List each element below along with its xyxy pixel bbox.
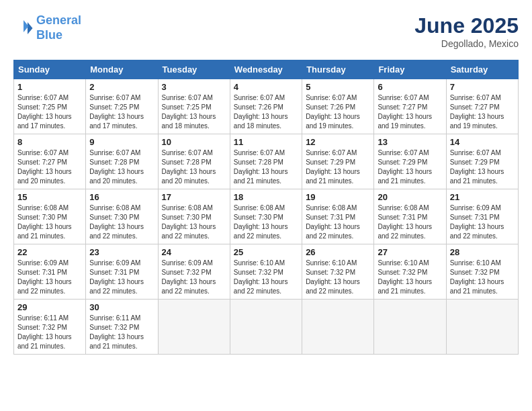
day-cell-27: 27 Sunrise: 6:10 AM Sunset: 7:32 PM Dayl… xyxy=(374,244,446,300)
logo: General Blue xyxy=(13,13,81,42)
day-info: Sunrise: 6:10 AM Sunset: 7:32 PM Dayligh… xyxy=(234,259,298,296)
weekday-header-saturday: Saturday xyxy=(446,60,518,79)
day-cell-8: 8 Sunrise: 6:07 AM Sunset: 7:27 PM Dayli… xyxy=(14,134,86,189)
calendar-row-5: 29 Sunrise: 6:11 AM Sunset: 7:32 PM Dayl… xyxy=(14,300,519,355)
day-info: Sunrise: 6:10 AM Sunset: 7:32 PM Dayligh… xyxy=(450,259,515,296)
day-info: Sunrise: 6:07 AM Sunset: 7:25 PM Dayligh… xyxy=(17,93,82,131)
weekday-header-thursday: Thursday xyxy=(302,60,374,79)
empty-cell xyxy=(158,300,230,355)
day-number: 11 xyxy=(234,137,298,147)
logo-icon xyxy=(13,18,34,38)
svg-marker-0 xyxy=(28,22,33,34)
day-cell-1: 1 Sunrise: 6:07 AM Sunset: 7:25 PM Dayli… xyxy=(14,79,86,134)
day-cell-28: 28 Sunrise: 6:10 AM Sunset: 7:32 PM Dayl… xyxy=(446,244,518,300)
weekday-header-row: SundayMondayTuesdayWednesdayThursdayFrid… xyxy=(14,60,519,79)
day-cell-26: 26 Sunrise: 6:10 AM Sunset: 7:32 PM Dayl… xyxy=(302,244,374,300)
day-info: Sunrise: 6:07 AM Sunset: 7:25 PM Dayligh… xyxy=(162,93,226,131)
day-cell-14: 14 Sunrise: 6:07 AM Sunset: 7:29 PM Dayl… xyxy=(446,134,518,189)
day-info: Sunrise: 6:11 AM Sunset: 7:32 PM Dayligh… xyxy=(89,314,154,351)
day-info: Sunrise: 6:08 AM Sunset: 7:31 PM Dayligh… xyxy=(378,203,442,241)
day-number: 16 xyxy=(89,192,154,202)
day-number: 29 xyxy=(17,302,82,312)
day-number: 13 xyxy=(378,137,442,147)
calendar-row-2: 8 Sunrise: 6:07 AM Sunset: 7:27 PM Dayli… xyxy=(14,134,519,189)
day-number: 8 xyxy=(17,137,82,147)
day-info: Sunrise: 6:09 AM Sunset: 7:31 PM Dayligh… xyxy=(17,259,82,296)
day-info: Sunrise: 6:08 AM Sunset: 7:31 PM Dayligh… xyxy=(306,203,370,241)
day-cell-25: 25 Sunrise: 6:10 AM Sunset: 7:32 PM Dayl… xyxy=(230,244,302,300)
day-info: Sunrise: 6:10 AM Sunset: 7:32 PM Dayligh… xyxy=(378,259,442,296)
calendar-row-4: 22 Sunrise: 6:09 AM Sunset: 7:31 PM Dayl… xyxy=(14,244,519,300)
day-cell-6: 6 Sunrise: 6:07 AM Sunset: 7:27 PM Dayli… xyxy=(374,79,446,134)
day-cell-11: 11 Sunrise: 6:07 AM Sunset: 7:28 PM Dayl… xyxy=(230,134,302,189)
day-info: Sunrise: 6:10 AM Sunset: 7:32 PM Dayligh… xyxy=(306,259,370,296)
day-number: 22 xyxy=(17,247,82,257)
day-cell-3: 3 Sunrise: 6:07 AM Sunset: 7:25 PM Dayli… xyxy=(158,79,230,134)
day-info: Sunrise: 6:08 AM Sunset: 7:30 PM Dayligh… xyxy=(162,203,226,241)
day-info: Sunrise: 6:09 AM Sunset: 7:31 PM Dayligh… xyxy=(89,259,154,296)
weekday-header-tuesday: Tuesday xyxy=(158,60,230,79)
calendar-row-1: 1 Sunrise: 6:07 AM Sunset: 7:25 PM Dayli… xyxy=(14,79,519,134)
weekday-header-monday: Monday xyxy=(86,60,158,79)
day-number: 30 xyxy=(89,302,154,312)
empty-cell xyxy=(374,300,446,355)
day-info: Sunrise: 6:08 AM Sunset: 7:30 PM Dayligh… xyxy=(234,203,298,241)
calendar-row-3: 15 Sunrise: 6:08 AM Sunset: 7:30 PM Dayl… xyxy=(14,189,519,244)
day-number: 9 xyxy=(89,137,154,147)
day-number: 28 xyxy=(450,247,515,257)
day-cell-10: 10 Sunrise: 6:07 AM Sunset: 7:28 PM Dayl… xyxy=(158,134,230,189)
day-cell-4: 4 Sunrise: 6:07 AM Sunset: 7:26 PM Dayli… xyxy=(230,79,302,134)
day-cell-7: 7 Sunrise: 6:07 AM Sunset: 7:27 PM Dayli… xyxy=(446,79,518,134)
day-number: 5 xyxy=(306,82,370,92)
day-cell-5: 5 Sunrise: 6:07 AM Sunset: 7:26 PM Dayli… xyxy=(302,79,374,134)
day-info: Sunrise: 6:07 AM Sunset: 7:26 PM Dayligh… xyxy=(234,93,298,131)
empty-cell xyxy=(302,300,374,355)
day-number: 6 xyxy=(378,82,442,92)
day-cell-12: 12 Sunrise: 6:07 AM Sunset: 7:29 PM Dayl… xyxy=(302,134,374,189)
day-info: Sunrise: 6:07 AM Sunset: 7:28 PM Dayligh… xyxy=(162,148,226,186)
day-cell-9: 9 Sunrise: 6:07 AM Sunset: 7:28 PM Dayli… xyxy=(86,134,158,189)
day-cell-20: 20 Sunrise: 6:08 AM Sunset: 7:31 PM Dayl… xyxy=(374,189,446,244)
day-cell-17: 17 Sunrise: 6:08 AM Sunset: 7:30 PM Dayl… xyxy=(158,189,230,244)
day-cell-23: 23 Sunrise: 6:09 AM Sunset: 7:31 PM Dayl… xyxy=(86,244,158,300)
day-number: 25 xyxy=(234,247,298,257)
day-number: 24 xyxy=(162,247,226,257)
day-cell-15: 15 Sunrise: 6:08 AM Sunset: 7:30 PM Dayl… xyxy=(14,189,86,244)
day-info: Sunrise: 6:07 AM Sunset: 7:27 PM Dayligh… xyxy=(17,148,82,186)
day-info: Sunrise: 6:07 AM Sunset: 7:29 PM Dayligh… xyxy=(450,148,515,186)
day-info: Sunrise: 6:07 AM Sunset: 7:27 PM Dayligh… xyxy=(450,93,515,131)
day-number: 26 xyxy=(306,247,370,257)
day-cell-16: 16 Sunrise: 6:08 AM Sunset: 7:30 PM Dayl… xyxy=(86,189,158,244)
logo-blue: Blue xyxy=(36,28,62,42)
day-number: 10 xyxy=(162,137,226,147)
day-number: 1 xyxy=(17,82,82,92)
day-info: Sunrise: 6:07 AM Sunset: 7:26 PM Dayligh… xyxy=(306,93,370,131)
day-info: Sunrise: 6:07 AM Sunset: 7:29 PM Dayligh… xyxy=(378,148,442,186)
day-number: 20 xyxy=(378,192,442,202)
logo-general: General xyxy=(36,13,81,27)
day-info: Sunrise: 6:11 AM Sunset: 7:32 PM Dayligh… xyxy=(17,314,82,351)
page-header: General Blue June 2025 Degollado, Mexico xyxy=(13,13,519,49)
day-number: 2 xyxy=(89,82,154,92)
day-number: 14 xyxy=(450,137,515,147)
day-number: 7 xyxy=(450,82,515,92)
day-number: 3 xyxy=(162,82,226,92)
day-number: 18 xyxy=(234,192,298,202)
day-info: Sunrise: 6:09 AM Sunset: 7:31 PM Dayligh… xyxy=(450,203,515,241)
day-number: 21 xyxy=(450,192,515,202)
day-cell-24: 24 Sunrise: 6:09 AM Sunset: 7:32 PM Dayl… xyxy=(158,244,230,300)
day-cell-19: 19 Sunrise: 6:08 AM Sunset: 7:31 PM Dayl… xyxy=(302,189,374,244)
day-cell-30: 30 Sunrise: 6:11 AM Sunset: 7:32 PM Dayl… xyxy=(86,300,158,355)
day-number: 23 xyxy=(89,247,154,257)
day-cell-18: 18 Sunrise: 6:08 AM Sunset: 7:30 PM Dayl… xyxy=(230,189,302,244)
day-number: 4 xyxy=(234,82,298,92)
empty-cell xyxy=(446,300,518,355)
title-block: June 2025 Degollado, Mexico xyxy=(414,13,519,49)
weekday-header-sunday: Sunday xyxy=(14,60,86,79)
day-info: Sunrise: 6:09 AM Sunset: 7:32 PM Dayligh… xyxy=(162,259,226,296)
day-number: 27 xyxy=(378,247,442,257)
day-cell-22: 22 Sunrise: 6:09 AM Sunset: 7:31 PM Dayl… xyxy=(14,244,86,300)
logo-text: General Blue xyxy=(36,13,81,42)
empty-cell xyxy=(230,300,302,355)
day-info: Sunrise: 6:08 AM Sunset: 7:30 PM Dayligh… xyxy=(89,203,154,241)
